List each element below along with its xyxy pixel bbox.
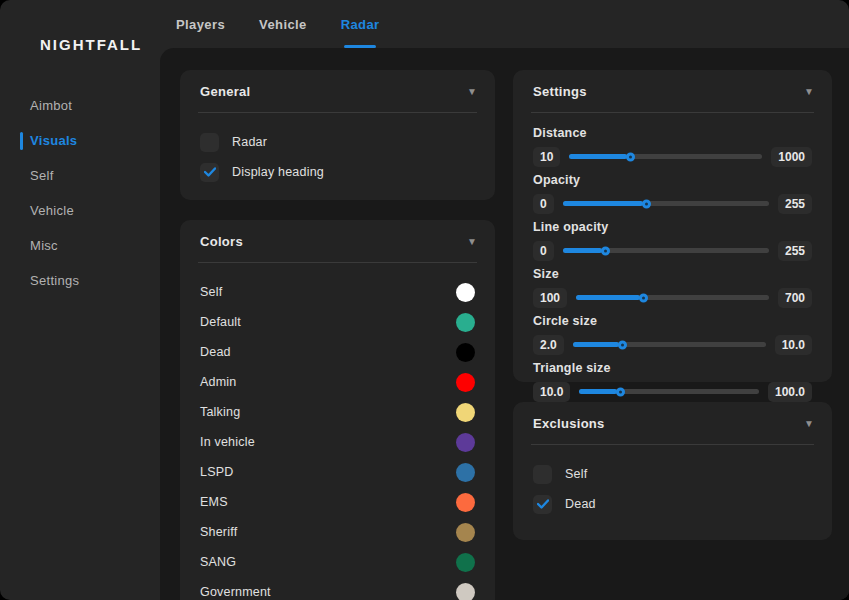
sidebar-item-vehicle[interactable]: Vehicle [0, 193, 160, 228]
general-card: General ▼ Radar Display heading [180, 70, 495, 200]
content-panel: General ▼ Radar Display heading [160, 48, 849, 600]
color-label: Sheriff [200, 525, 237, 539]
color-row-admin: Admin [200, 367, 475, 397]
color-swatch[interactable] [456, 403, 475, 422]
check-icon [537, 499, 549, 509]
slider-min-value: 10.0 [533, 382, 570, 402]
chevron-down-icon[interactable]: ▼ [804, 418, 814, 429]
settings-card-title: Settings [533, 84, 587, 99]
slider-list: Distance 10 1000 Opacity 0 [513, 113, 832, 401]
sidebar-item-self[interactable]: Self [0, 158, 160, 193]
general-card-header: General ▼ [180, 70, 495, 112]
slider-handle[interactable] [601, 246, 610, 255]
slider-row: 10.0 100.0 [533, 382, 812, 401]
sidebar-item-label: Aimbot [30, 98, 72, 113]
sidebar-item-visuals[interactable]: Visuals [0, 123, 160, 158]
top-tabs: Players Vehicle Radar [176, 17, 380, 38]
checkbox-row-dead: Dead [533, 489, 812, 519]
size-slider-group: Size 100 700 [533, 267, 812, 307]
slider-max-value: 10.0 [775, 335, 812, 355]
sidebar-item-label: Misc [30, 238, 58, 253]
slider-min-value: 2.0 [533, 335, 564, 355]
slider-min-value: 0 [533, 241, 554, 261]
color-swatch[interactable] [456, 373, 475, 392]
exclude-dead-checkbox[interactable] [533, 495, 552, 514]
color-swatch[interactable] [456, 283, 475, 302]
slider-label: Triangle size [533, 361, 812, 377]
slider-handle[interactable] [626, 152, 635, 161]
slider-fill [563, 248, 602, 253]
exclude-self-checkbox[interactable] [533, 465, 552, 484]
checkbox-row-self: Self [533, 459, 812, 489]
slider-row: 10 1000 [533, 147, 812, 166]
slider-fill [576, 295, 640, 300]
slider-row: 2.0 10.0 [533, 335, 812, 354]
sidebar-item-label: Settings [30, 273, 79, 288]
checkbox-label: Self [565, 467, 587, 481]
color-row-default: Default [200, 307, 475, 337]
sidebar: Aimbot Visuals Self Vehicle Misc Setting… [0, 88, 160, 298]
color-label: In vehicle [200, 435, 255, 449]
slider-fill [569, 154, 627, 159]
checkbox-row-radar: Radar [200, 127, 475, 157]
sidebar-item-settings[interactable]: Settings [0, 263, 160, 298]
chevron-down-icon[interactable]: ▼ [467, 236, 477, 247]
general-card-title: General [200, 84, 251, 99]
chevron-down-icon[interactable]: ▼ [467, 86, 477, 97]
circle-size-slider[interactable] [573, 342, 766, 347]
color-row-lspd: LSPD [200, 457, 475, 487]
color-row-talking: Talking [200, 397, 475, 427]
checkbox-row-display-heading: Display heading [200, 157, 475, 187]
slider-label: Distance [533, 126, 812, 142]
settings-card: Settings ▼ Distance 10 1000 Opacity [513, 70, 832, 382]
radar-checkbox[interactable] [200, 133, 219, 152]
triangle-size-slider[interactable] [579, 389, 759, 394]
color-row-sang: SANG [200, 547, 475, 577]
opacity-slider[interactable] [563, 201, 769, 206]
slider-max-value: 100.0 [768, 382, 812, 402]
tab-radar[interactable]: Radar [341, 17, 380, 38]
color-row-in-vehicle: In vehicle [200, 427, 475, 457]
slider-max-value: 255 [778, 194, 812, 214]
color-label: Admin [200, 375, 236, 389]
color-swatch[interactable] [456, 523, 475, 542]
color-swatch[interactable] [456, 553, 475, 572]
slider-handle[interactable] [642, 199, 651, 208]
general-checkbox-list: Radar Display heading [180, 113, 495, 187]
distance-slider[interactable] [569, 154, 762, 159]
slider-fill [563, 201, 643, 206]
color-row-ems: EMS [200, 487, 475, 517]
slider-handle[interactable] [618, 340, 627, 349]
chevron-down-icon[interactable]: ▼ [804, 86, 814, 97]
color-swatch[interactable] [456, 343, 475, 362]
tab-vehicle[interactable]: Vehicle [259, 17, 307, 38]
color-swatch[interactable] [456, 463, 475, 482]
active-indicator-bar [20, 132, 23, 150]
sidebar-item-misc[interactable]: Misc [0, 228, 160, 263]
slider-handle[interactable] [639, 293, 648, 302]
display-heading-checkbox[interactable] [200, 163, 219, 182]
exclusions-card-header: Exclusions ▼ [513, 402, 832, 444]
slider-min-value: 10 [533, 147, 560, 167]
sidebar-item-label: Self [30, 168, 54, 183]
size-slider[interactable] [576, 295, 769, 300]
color-swatch[interactable] [456, 313, 475, 332]
slider-fill [579, 389, 617, 394]
slider-min-value: 100 [533, 288, 567, 308]
slider-row: 100 700 [533, 288, 812, 307]
tab-players[interactable]: Players [176, 17, 225, 38]
checkbox-label: Radar [232, 135, 267, 149]
slider-max-value: 700 [778, 288, 812, 308]
color-row-sheriff: Sheriff [200, 517, 475, 547]
color-swatch[interactable] [456, 433, 475, 452]
sidebar-item-label: Vehicle [30, 203, 74, 218]
line-opacity-slider[interactable] [563, 248, 769, 253]
colors-card-header: Colors ▼ [180, 220, 495, 262]
sidebar-item-aimbot[interactable]: Aimbot [0, 88, 160, 123]
colors-card: Colors ▼ Self Default Dead Admin [180, 220, 495, 600]
color-swatch[interactable] [456, 583, 475, 600]
app-window: NIGHTFALL Players Vehicle Radar Aimbot V… [0, 0, 849, 600]
color-label: Self [200, 285, 222, 299]
slider-handle[interactable] [616, 387, 625, 396]
color-swatch[interactable] [456, 493, 475, 512]
